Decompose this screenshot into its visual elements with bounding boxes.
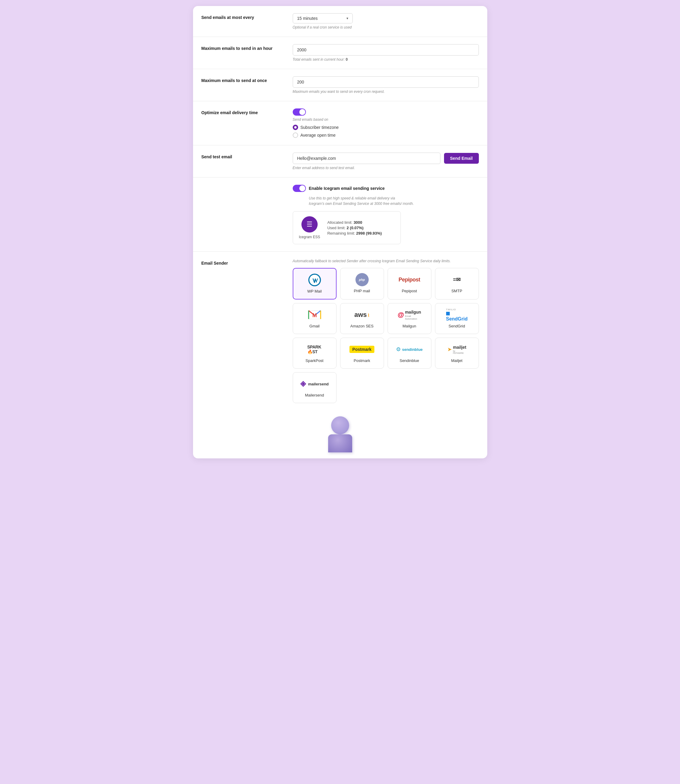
ess-title: Enable Icegram email sending service: [309, 186, 385, 191]
email-sender-section: Email Sender Automatically fallback to s…: [193, 252, 487, 410]
email-sender-hint: Automatically fallback to selected Sende…: [293, 259, 479, 263]
sparkpost-name: SparkPost: [305, 358, 324, 363]
send-email-button[interactable]: Send Email: [444, 153, 479, 164]
max-at-once-input[interactable]: [293, 76, 479, 88]
radio-circle-average: [293, 133, 298, 138]
max-at-once-label: Maximum emails to send at once: [201, 76, 285, 83]
aws-text: aws⌇: [354, 311, 370, 318]
postmark-logo-inner: Postmark: [349, 346, 375, 353]
ess-toggle-row: Enable Icegram email sending service: [293, 185, 479, 192]
mailersend-text: mailersend: [308, 382, 329, 386]
character-head: [331, 416, 349, 434]
svg-text:M: M: [312, 312, 317, 319]
ess-toggle-knob: [299, 185, 305, 191]
sender-mailgun[interactable]: @ mailgun Email Automation Mailgun: [387, 303, 431, 334]
sendinblue-name: Sendinblue: [400, 358, 419, 363]
pepipost-text: Pepipost: [399, 277, 420, 283]
toggle-knob: [299, 109, 305, 115]
max-per-hour-content: Total emails sent in current hour: 0: [293, 44, 479, 62]
send-frequency-content: 15 minutes ▾ Optional if a real cron ser…: [293, 13, 479, 30]
sender-sparkpost[interactable]: SPARK🔥ST SparkPost: [293, 338, 337, 369]
ess-card: ☰ Icegram ESS Allocated limit: 3000 Used…: [293, 211, 401, 244]
test-email-row: Send test email Send Email Enter email a…: [193, 145, 487, 178]
sendgrid-logo-inner: TWILIO SendGrid: [446, 308, 468, 322]
sparkpost-text: SPARK🔥ST: [307, 344, 322, 354]
sendgrid-name-row: SendGrid: [446, 311, 468, 322]
ess-icon: ☰: [301, 216, 318, 232]
ess-allocated: Allocated limit: 3000: [327, 220, 382, 225]
chevron-down-icon: ▾: [346, 16, 348, 21]
max-at-once-row: Maximum emails to send at once Maximum e…: [193, 69, 487, 101]
postmark-name: Postmark: [354, 358, 370, 363]
gmail-logo: M: [307, 309, 322, 321]
test-email-content: Send Email Enter email address to send t…: [293, 153, 479, 170]
radio-subscriber-label: Subscriber timezone: [301, 125, 339, 130]
smtp-logo-inner: =✉: [453, 276, 461, 283]
ess-placeholder-label: [201, 185, 285, 186]
mailersend-logo-inner: mailersend: [300, 381, 329, 387]
sender-mailjet[interactable]: ➤ mailjet by PATHWIRE Mailjet: [435, 338, 479, 369]
frequency-dropdown[interactable]: 15 minutes ▾: [293, 13, 353, 24]
mailjet-logo-inner: ➤ mailjet by PATHWIRE: [447, 344, 466, 354]
test-email-hint: Enter email address to send test email.: [293, 166, 479, 170]
test-email-input-row: Send Email: [293, 153, 479, 164]
pepipost-name: Pepipost: [402, 289, 417, 293]
ess-icon-symbol: ☰: [307, 221, 313, 228]
email-sender-content: Automatically fallback to selected Sende…: [293, 259, 479, 403]
frequency-dropdown-value: 15 minutes: [297, 16, 318, 21]
wp-mail-name: WP Mail: [307, 289, 321, 293]
max-at-once-content: Maximum emails you want to send on every…: [293, 76, 479, 94]
ess-logo-label: Icegram ESS: [299, 235, 320, 239]
max-per-hour-label: Maximum emails to send in an hour: [201, 44, 285, 51]
ess-toggle[interactable]: [293, 185, 306, 192]
mailgun-text: mailgun: [405, 310, 421, 314]
php-badge: php: [356, 273, 369, 286]
flame-icon: 🔥: [307, 349, 313, 354]
radio-group: Subscriber timezone Average open time: [293, 125, 479, 138]
test-email-input[interactable]: [293, 153, 441, 164]
sender-pepipost[interactable]: Pepipost Pepipost: [387, 268, 431, 300]
mailjet-name: Mailjet: [451, 358, 463, 363]
optimize-delivery-label: Optimize email delivery time: [201, 109, 285, 115]
mailgun-logo-inner: @ mailgun Email Automation: [398, 309, 421, 320]
radio-average-open[interactable]: Average open time: [293, 133, 479, 138]
send-based-on-label: Send emails based on: [293, 117, 479, 121]
smtp-logo: =✉: [450, 274, 464, 286]
sender-postmark[interactable]: Postmark Postmark: [340, 338, 384, 369]
sender-php-mail[interactable]: php PHP mail: [340, 268, 384, 300]
ess-stats: Allocated limit: 3000 Used limit: 2 (0.0…: [327, 220, 382, 235]
php-mail-logo: php: [355, 274, 369, 286]
sender-sendgrid[interactable]: TWILIO SendGrid SendGrid: [435, 303, 479, 334]
envelope-icon: =✉: [453, 276, 461, 283]
optimize-delivery-content: Send emails based on Subscriber timezone…: [293, 109, 479, 138]
max-per-hour-hint: Total emails sent in current hour: 0: [293, 57, 479, 62]
sendgrid-name: SendGrid: [449, 324, 465, 328]
sender-smtp[interactable]: =✉ SMTP: [435, 268, 479, 300]
max-per-hour-row: Maximum emails to send in an hour Total …: [193, 37, 487, 69]
mailjet-text-group: mailjet by PATHWIRE: [453, 344, 466, 354]
sender-amazon-ses[interactable]: aws⌇ Amazon SES: [340, 303, 384, 334]
character-figure: [322, 416, 358, 453]
ess-remaining: Remaining limit: 2998 (99.93%): [327, 231, 382, 235]
sender-mailersend[interactable]: mailersend Mailersend: [293, 372, 337, 403]
max-per-hour-input[interactable]: [293, 44, 479, 55]
sender-grid: WP Mail php PHP mail Pepipost Pepipost: [293, 268, 479, 403]
gmail-name: Gmail: [310, 324, 320, 328]
optimize-delivery-toggle[interactable]: [293, 109, 306, 116]
sendinblue-text: sendinblue: [402, 347, 423, 352]
aws-arrow-icon: ⌇: [367, 313, 370, 318]
sender-sendinblue[interactable]: ⚙ sendinblue Sendinblue: [387, 338, 431, 369]
ess-logo: ☰ Icegram ESS: [299, 216, 320, 239]
mailjet-arrow-icon: ➤: [447, 346, 452, 353]
test-email-label: Send test email: [201, 153, 285, 159]
character-torso: [328, 434, 352, 453]
send-frequency-label: Send emails at most every: [201, 13, 285, 20]
optimize-toggle-wrapper: [293, 109, 479, 116]
sender-wp-mail[interactable]: WP Mail: [293, 268, 337, 300]
send-frequency-row: Send emails at most every 15 minutes ▾ O…: [193, 6, 487, 37]
postmark-logo: Postmark: [355, 343, 369, 355]
settings-card: Send emails at most every 15 minutes ▾ O…: [193, 6, 487, 458]
sender-gmail[interactable]: M Gmail: [293, 303, 337, 334]
amazon-ses-logo: aws⌇: [355, 309, 369, 321]
radio-subscriber-timezone[interactable]: Subscriber timezone: [293, 125, 479, 130]
